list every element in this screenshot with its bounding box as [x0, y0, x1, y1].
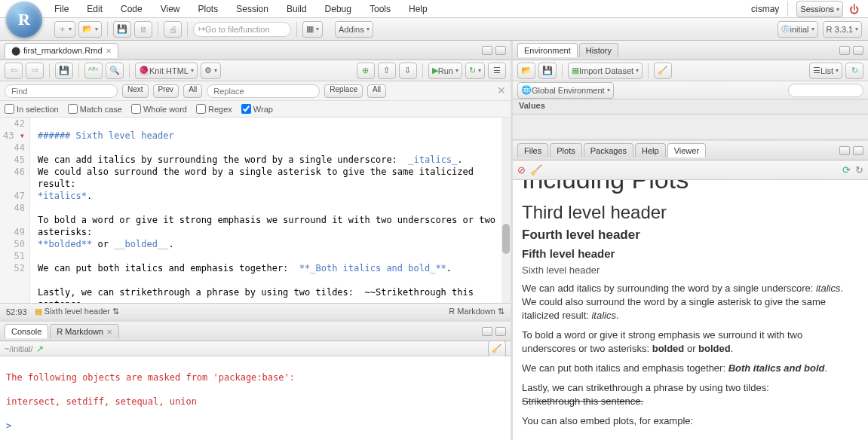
grid-button[interactable]: ▦ [302, 21, 323, 38]
console-tab[interactable]: Console [5, 324, 48, 338]
clear-env-button[interactable]: 🧹 [654, 63, 672, 79]
find-prev-button[interactable]: Prev [153, 84, 179, 98]
insert-chunk-button[interactable]: ⊕ [357, 63, 375, 79]
wrap-checkbox[interactable]: Wrap [241, 104, 273, 114]
maximize-pane-icon[interactable] [853, 146, 863, 155]
maximize-pane-icon[interactable] [495, 46, 506, 55]
back-button[interactable]: ⇦ [5, 63, 23, 79]
forward-button[interactable]: ⇨ [26, 63, 44, 79]
close-tab-icon[interactable]: ✕ [106, 47, 112, 55]
menu-help[interactable]: Help [409, 4, 428, 14]
addins-menu[interactable]: Addins [335, 21, 373, 38]
file-type-selector[interactable]: R Markdown ⇅ [449, 307, 505, 316]
r-version-menu[interactable]: R 3.3.1 [823, 21, 862, 38]
knit-button[interactable]: 🧶 Knit HTML [135, 63, 198, 79]
go-prev-button[interactable]: ⇧ [378, 63, 396, 79]
new-file-button[interactable]: ＋ [54, 21, 75, 38]
outline-crumb[interactable]: ▦ Sixth level header ⇅ [35, 307, 120, 316]
replace-input[interactable] [207, 84, 320, 98]
project-menu[interactable]: Ⓡ initial [778, 21, 817, 38]
code-line-43: ###### Sixth level header [38, 130, 500, 142]
viewer-h4: Fourth level header [522, 228, 859, 243]
close-icon[interactable]: ✕ [106, 328, 112, 336]
packages-tab[interactable]: Packages [584, 143, 633, 157]
editor-scrollbar[interactable] [501, 118, 511, 303]
print-button[interactable]: 🖨 [164, 21, 182, 38]
plots-tab[interactable]: Plots [550, 143, 581, 157]
menu-tools[interactable]: Tools [370, 4, 391, 14]
import-dataset-button[interactable]: ▦ Import Dataset [568, 63, 643, 79]
refresh-viewer-icon[interactable]: ↻ [855, 164, 863, 176]
source-pane: ⬤ first_rmarkdown.Rmd ✕ ⇦ ⇨ 💾 ᴬᴮᶜ 🔍 🧶 K [0, 41, 511, 319]
source-tab[interactable]: ⬤ first_rmarkdown.Rmd ✕ [5, 43, 118, 58]
rmarkdown-tab[interactable]: R Markdown✕ [50, 324, 119, 338]
viewer-h2: Including Plots [522, 180, 859, 194]
clear-viewer-icon[interactable]: 🧹 [530, 164, 542, 176]
console-prompt[interactable]: > [6, 420, 505, 432]
menu-debug[interactable]: Debug [325, 4, 351, 14]
save-workspace-button[interactable]: 💾 [538, 63, 557, 79]
files-tab[interactable]: Files [517, 143, 548, 157]
menu-plots[interactable]: Plots [198, 4, 219, 14]
minimize-pane-icon[interactable] [839, 46, 850, 55]
menu-file[interactable]: File [54, 4, 69, 14]
sessions-menu[interactable]: Sessions [796, 1, 843, 17]
env-list-mode[interactable]: ☰ List [809, 63, 842, 79]
goto-file-input[interactable]: ↦ Go to file/function [193, 22, 291, 37]
values-header: Values [513, 99, 868, 115]
main-menubar: File Edit Code View Plots Session Build … [0, 0, 868, 18]
history-tab[interactable]: History [579, 43, 618, 57]
workdir-icon[interactable]: ↗ [36, 344, 44, 354]
env-search-input[interactable] [788, 84, 863, 97]
console-pane: Console R Markdown✕ ~/initial/ ↗ 🧹 The f… [0, 319, 511, 440]
minimize-pane-icon[interactable] [482, 327, 492, 336]
clear-console-button[interactable]: 🧹 [488, 341, 506, 357]
find-button[interactable]: 🔍 [106, 63, 124, 79]
maximize-pane-icon[interactable] [495, 327, 506, 336]
main-toolbar: ＋ 📂 💾 🗎 🖨 ↦ Go to file/function ▦ Addins… [0, 18, 868, 41]
replace-all-button[interactable]: All [367, 84, 386, 98]
gear-button[interactable]: ⚙ [201, 63, 221, 79]
outline-button[interactable]: ☰ [488, 63, 506, 79]
help-tab[interactable]: Help [635, 143, 666, 157]
minimize-pane-icon[interactable] [482, 46, 492, 55]
save-button[interactable]: 💾 [113, 21, 131, 38]
code-editor[interactable]: 42 43 ▾ 44 45 46 47 48 49 50 51 52 # [0, 118, 511, 303]
whole-word-checkbox[interactable]: Whole word [131, 104, 187, 114]
menu-session[interactable]: Session [236, 4, 268, 14]
run-button[interactable]: ▶ Run [428, 63, 462, 79]
menu-code[interactable]: Code [121, 4, 143, 14]
console-output[interactable]: The following objects are masked from 'p… [0, 356, 511, 440]
menu-build[interactable]: Build [287, 4, 307, 14]
replace-button[interactable]: Replace [324, 84, 363, 98]
menu-edit[interactable]: Edit [87, 4, 103, 14]
go-next-button[interactable]: ⇩ [399, 63, 417, 79]
close-findbar-icon[interactable]: ✕ [497, 84, 506, 96]
find-next-button[interactable]: Next [122, 84, 149, 98]
load-workspace-button[interactable]: 📂 [517, 63, 535, 79]
cursor-position: 52:93 [6, 307, 27, 316]
regex-checkbox[interactable]: Regex [196, 104, 232, 114]
find-all-button[interactable]: All [183, 84, 202, 98]
rerun-button[interactable]: ↻ [465, 63, 485, 79]
maximize-pane-icon[interactable] [853, 46, 863, 55]
find-input[interactable] [5, 84, 118, 98]
spellcheck-button[interactable]: ᴬᴮᶜ [84, 63, 103, 79]
save-all-button[interactable]: 🗎 [134, 21, 152, 38]
env-scope-selector[interactable]: 🌐 Global Environment [517, 82, 614, 99]
environment-tab[interactable]: Environment [517, 43, 578, 57]
menu-view[interactable]: View [161, 4, 180, 14]
viewer-tab[interactable]: Viewer [667, 143, 706, 157]
remove-viewer-icon[interactable]: ⊘ [517, 164, 526, 176]
save-source-button[interactable]: 💾 [55, 63, 73, 79]
open-file-button[interactable]: 📂 [78, 21, 102, 38]
quit-icon[interactable]: ⏻ [849, 4, 859, 15]
viewer-h3: Third level header [522, 202, 859, 223]
viewer-content[interactable]: Including Plots Third level header Fourt… [513, 180, 868, 440]
in-selection-checkbox[interactable]: In selection [5, 104, 59, 114]
sync-viewer-icon[interactable]: ⟳ [842, 164, 851, 176]
match-case-checkbox[interactable]: Match case [68, 104, 122, 114]
viewer-h5: Fifth level header [522, 247, 859, 260]
minimize-pane-icon[interactable] [839, 146, 850, 155]
refresh-env-button[interactable]: ↻ [845, 63, 863, 79]
